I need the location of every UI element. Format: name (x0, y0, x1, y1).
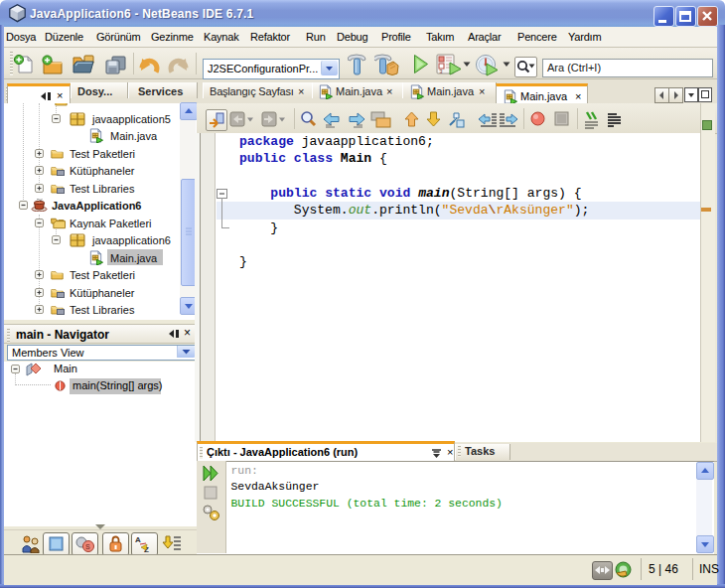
svg-text:A: A (135, 535, 141, 544)
svg-text:S: S (85, 543, 90, 550)
